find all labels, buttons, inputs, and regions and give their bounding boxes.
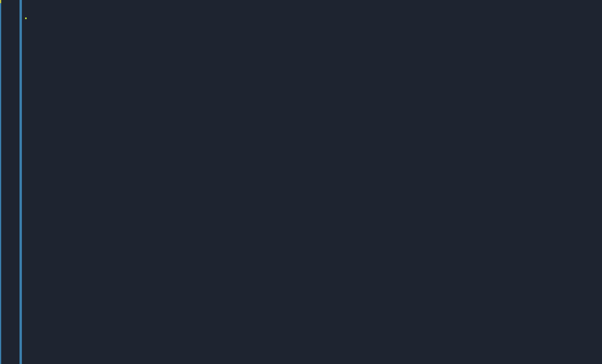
code-area[interactable]: [22, 0, 602, 364]
highlight-box: [25, 18, 27, 19]
line-number-gutter: [1, 0, 20, 364]
code-editor: [0, 0, 602, 364]
